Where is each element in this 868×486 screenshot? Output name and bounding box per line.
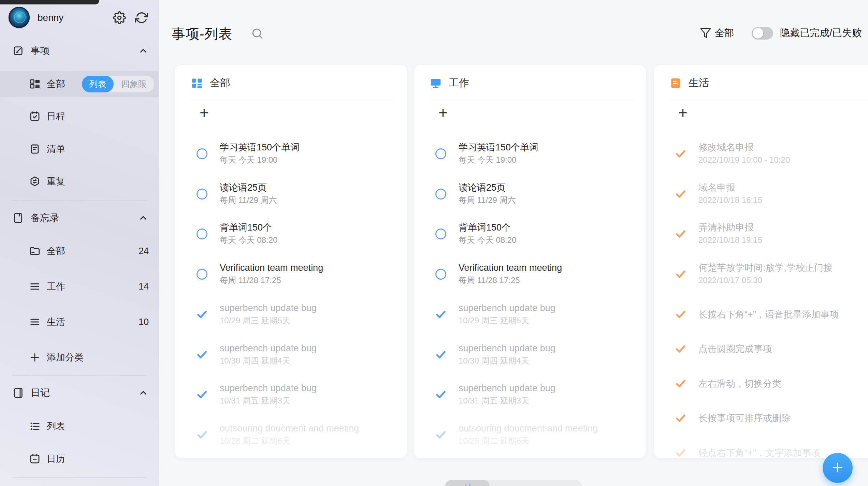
check-icon[interactable] (196, 308, 208, 321)
view-mode-list[interactable]: 列表 (82, 76, 114, 92)
doc-orange-icon (669, 77, 682, 89)
sidebar-section-2[interactable]: 日记 (0, 377, 159, 409)
search-icon[interactable] (251, 27, 263, 40)
sidebar-section-0[interactable]: 事项 (0, 34, 159, 67)
sync-refresh-icon[interactable] (135, 11, 148, 24)
task-circle[interactable] (435, 229, 446, 239)
task-circle[interactable] (197, 229, 207, 239)
task-row[interactable]: superbench update bug 10/31 周五 延期3天 (414, 378, 646, 416)
sidebar-item-清单[interactable]: 清单 (0, 133, 159, 165)
hide-completed-toggle[interactable] (752, 27, 773, 40)
task-row[interactable]: outsouring doucment and meeting 10/28 周二… (175, 418, 407, 456)
chevron-up-icon[interactable] (138, 45, 149, 56)
chevron-up-icon[interactable] (138, 387, 149, 398)
check-icon[interactable] (435, 349, 447, 361)
sidebar-item-日历[interactable]: 日历 (0, 442, 159, 475)
sidebar-item-全部[interactable]: 全部 24 (0, 235, 159, 267)
task-row[interactable]: Verification team meeting 每周 11/28 17:25 (175, 258, 407, 295)
task-subtitle: 每周 11/29 周六 (459, 195, 516, 205)
task-circle[interactable] (435, 189, 446, 200)
task-row[interactable]: 读论语25页 每周 11/29 周六 (414, 178, 646, 215)
check-icon[interactable] (435, 429, 447, 441)
task-row[interactable]: 何楚芊放学时间:放学,学校正门接 2022/10/17 05:30 (654, 258, 868, 295)
task-row[interactable]: outsouring doucment and meeting 10/28 周二… (414, 418, 646, 456)
sidebar-item-日程[interactable]: 日程 (0, 100, 159, 133)
task-subtitle: 每周 11/28 17:25 (459, 275, 520, 285)
task-title: 域名申报 (698, 182, 735, 193)
filter-label[interactable]: 全部 (715, 27, 734, 40)
task-circle[interactable] (435, 269, 446, 280)
task-row[interactable]: 学习英语150个单词 每天 今天 19:00 (175, 137, 407, 175)
check-icon[interactable] (675, 308, 687, 321)
hex-repeat-icon (29, 176, 41, 187)
add-task-button[interactable]: + (438, 105, 448, 120)
add-task-fab[interactable]: + (823, 453, 853, 483)
task-row[interactable]: superbench update bug 10/29 周三 延期5天 (414, 298, 646, 336)
task-row[interactable]: 弄清补助申报 2022/10/18 19:15 (654, 218, 868, 255)
task-title: outsouring doucment and meeting (459, 423, 598, 434)
task-circle[interactable] (435, 148, 446, 159)
sidebar-item-生活[interactable]: 生活 10 (0, 306, 159, 338)
task-row[interactable]: Verification team meeting 每周 11/28 17:25 (414, 258, 646, 295)
check-icon[interactable] (675, 148, 687, 160)
task-row[interactable]: superbench update bug 10/30 周四 延期4天 (414, 338, 646, 376)
sidebar-item-列表[interactable]: 列表 (0, 410, 159, 443)
user-row[interactable]: benny (0, 0, 159, 35)
task-circle[interactable] (197, 189, 207, 200)
check-icon[interactable] (675, 378, 687, 390)
check-icon[interactable] (675, 412, 687, 424)
chevron-up-icon[interactable] (138, 212, 149, 223)
task-row[interactable]: superbench update bug 10/30 周四 延期4天 (175, 338, 407, 376)
view-mode-toggle: 列表 四象限 (82, 76, 154, 92)
check-icon[interactable] (196, 429, 208, 441)
plus-icon (29, 352, 41, 363)
task-subtitle: 2022/10/19 10:00 - 10:20 (698, 155, 790, 165)
check-icon[interactable] (675, 447, 687, 458)
horizontal-scrollbar[interactable] (445, 480, 582, 486)
page-title: 事项-列表 (172, 25, 232, 43)
task-title: superbench update bug (220, 302, 317, 314)
task-subtitle: 每天 今天 08:20 (220, 235, 277, 245)
view-mode-quadrant[interactable]: 四象限 (114, 76, 154, 92)
scrollbar-thumb[interactable] (445, 480, 490, 486)
sidebar-item-添加分类[interactable]: 添加分类 (0, 341, 159, 374)
thumb-grip-tick (469, 484, 471, 486)
check-icon[interactable] (675, 268, 687, 280)
add-task-button[interactable]: + (200, 105, 209, 120)
item-count: 10 (139, 317, 149, 327)
task-circle[interactable] (197, 269, 207, 280)
avatar[interactable] (9, 7, 30, 28)
task-row[interactable]: 左右滑动，切换分类 (654, 367, 868, 400)
task-row[interactable]: 背单词150个 每天 今天 08:20 (414, 218, 646, 255)
filter-funnel-icon[interactable] (700, 27, 711, 39)
divider (12, 201, 147, 201)
sidebar-section-1[interactable]: 备忘录 (0, 202, 159, 234)
task-row[interactable]: 读论语25页 每周 11/29 周六 (175, 178, 407, 215)
task-row[interactable]: superbench update bug 10/29 周三 延期5天 (175, 298, 407, 336)
task-title: 学习英语150个单词 (220, 142, 300, 153)
check-icon[interactable] (196, 388, 208, 401)
task-row[interactable]: 背单词150个 每天 今天 08:20 (175, 218, 407, 255)
task-row[interactable]: 点击圆圈完成事项 (654, 333, 868, 365)
task-title: superbench update bug (459, 302, 555, 314)
category-card-生活: 生活 + 修改域名申报 2022/10/19 10:00 - 10:20 域名申… (654, 65, 868, 458)
task-row[interactable]: superbench update bug 10/31 周五 延期3天 (175, 378, 407, 416)
task-row[interactable]: 域名申报 2022/10/18 16:15 (654, 178, 868, 215)
check-icon[interactable] (435, 388, 447, 401)
check-icon[interactable] (675, 188, 687, 200)
divider (430, 100, 634, 100)
header-controls: 全部 隐藏已完成/已失败 (700, 25, 862, 42)
check-icon[interactable] (435, 308, 447, 321)
task-row[interactable]: 修改域名申报 2022/10/19 10:00 - 10:20 (654, 137, 868, 175)
task-circle[interactable] (197, 148, 207, 159)
task-row[interactable]: 长按右下角“+”，语音批量添加事项 (654, 298, 868, 331)
check-icon[interactable] (675, 228, 687, 240)
task-row[interactable]: 长按事项可排序或删除 (654, 402, 868, 435)
add-task-button[interactable]: + (678, 105, 688, 120)
task-row[interactable]: 学习英语150个单词 每天 今天 19:00 (414, 137, 646, 175)
settings-gear-icon[interactable] (113, 11, 126, 24)
check-icon[interactable] (196, 349, 208, 361)
check-icon[interactable] (675, 343, 687, 355)
sidebar-item-工作[interactable]: 工作 14 (0, 270, 159, 303)
sidebar-item-重复[interactable]: 重复 (0, 165, 159, 198)
